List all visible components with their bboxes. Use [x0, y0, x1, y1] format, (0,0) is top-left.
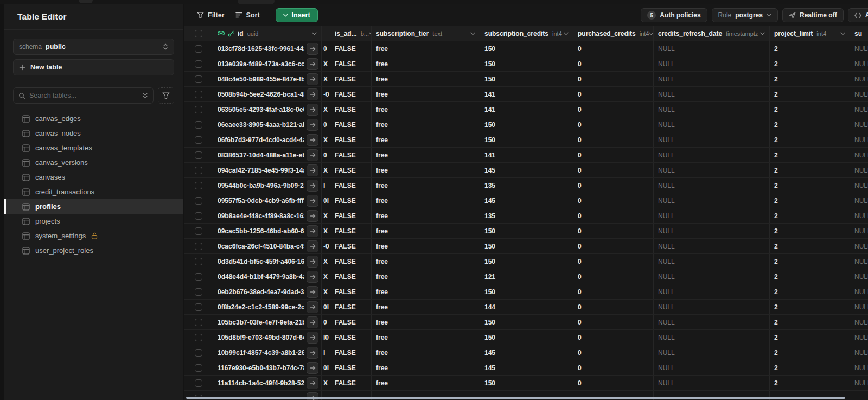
sidebar-item-projects[interactable]: projects	[13, 214, 174, 228]
sidebar-filter-button[interactable]	[158, 87, 174, 104]
cell-is_admin[interactable]: FALSE	[330, 360, 372, 375]
select-all-checkbox[interactable]	[195, 30, 202, 37]
cell-id[interactable]: 10b99c1f-4857-4c39-a8b1-263b8...	[213, 345, 322, 360]
cell-su[interactable]: NULL	[850, 87, 868, 101]
row-checkbox[interactable]	[195, 91, 202, 98]
cell-su[interactable]: NULL	[850, 239, 868, 253]
cell-is_admin[interactable]: FALSE	[330, 178, 372, 193]
cell-sliver[interactable]: I0	[322, 330, 330, 345]
cell-is_admin[interactable]: FALSE	[330, 284, 372, 299]
cell-subscription_credits[interactable]: 150	[480, 117, 573, 132]
cell-id[interactable]: 09557f5a-0dcb-4cb9-a6fb-fff366...	[213, 193, 322, 208]
expand-row-button[interactable]	[307, 134, 318, 146]
sidebar-item-canvases[interactable]: canvases	[13, 170, 174, 185]
cell-id[interactable]: 09544b0c-ba9b-496a-9b09-244...	[213, 178, 322, 193]
insert-button[interactable]: Insert	[276, 8, 318, 22]
cell-project_limit[interactable]: 2	[770, 102, 850, 117]
cell-id[interactable]: 105d8bf9-e703-49bd-807d-645e...	[213, 330, 322, 345]
expand-row-button[interactable]	[307, 362, 318, 374]
cell-project_limit[interactable]: 2	[770, 72, 850, 86]
cell-sliver[interactable]: 0I	[322, 193, 330, 208]
cell-purchased_credits[interactable]: 0	[573, 330, 654, 345]
cell-project_limit[interactable]: 2	[770, 269, 850, 284]
cell-id[interactable]: 094caf42-7185-4e45-99f3-14abee...	[213, 163, 322, 177]
cell-project_limit[interactable]: 2	[770, 315, 850, 329]
cell-credits_refresh_date[interactable]: NULL	[654, 56, 770, 71]
cell-id[interactable]: 013e039a-fd89-473a-a3c6-ccfa9...	[213, 56, 322, 71]
cell-subscription_credits[interactable]: 150	[480, 330, 573, 345]
cell-subscription_tier[interactable]: free	[372, 208, 480, 223]
cell-project_limit[interactable]: 2	[770, 132, 850, 147]
cell-sliver[interactable]: -0	[322, 239, 330, 253]
cell-id[interactable]: 06f6b7d3-977d-4cd0-acd4-4a78...	[213, 132, 322, 147]
column-menu-chevron-icon[interactable]	[760, 32, 765, 35]
sidebar-item-canvas_edges[interactable]: canvas_edges	[13, 111, 174, 126]
column-header-sliver[interactable]	[322, 26, 330, 41]
cell-subscription_tier[interactable]: free	[372, 87, 480, 101]
row-checkbox[interactable]	[195, 197, 202, 205]
cell-subscription_credits[interactable]: 145	[480, 345, 573, 360]
cell-su[interactable]: NULL	[850, 72, 868, 86]
cell-purchased_credits[interactable]: 0	[573, 345, 654, 360]
cell-is_admin[interactable]: FALSE	[330, 208, 372, 223]
cell-subscription_tier[interactable]: free	[372, 284, 480, 299]
cell-sliver[interactable]: X	[322, 376, 330, 390]
cell-is_admin[interactable]: FALSE	[330, 330, 372, 345]
cell-purchased_credits[interactable]: 0	[573, 148, 654, 162]
cell-id[interactable]: 013cf78d-1625-43fc-9961-442189...	[213, 41, 322, 56]
cell-is_admin[interactable]: FALSE	[330, 345, 372, 360]
cell-project_limit[interactable]: 2	[770, 117, 850, 132]
cell-credits_refresh_date[interactable]: NULL	[654, 41, 770, 56]
auth-policies-button[interactable]: 5 Auth policies	[641, 8, 707, 22]
cell-is_admin[interactable]: FALSE	[330, 239, 372, 253]
expand-row-button[interactable]	[307, 332, 318, 344]
cell-sliver[interactable]: X	[322, 56, 330, 71]
expand-row-button[interactable]	[307, 316, 318, 328]
cell-is_admin[interactable]: FALSE	[330, 269, 372, 284]
cell-su[interactable]: NULL	[850, 360, 868, 375]
cell-credits_refresh_date[interactable]: NULL	[654, 269, 770, 284]
cell-subscription_tier[interactable]: free	[372, 330, 480, 345]
cell-is_admin[interactable]: FALSE	[330, 163, 372, 177]
expand-row-button[interactable]	[307, 58, 318, 70]
cell-is_admin[interactable]: FALSE	[330, 132, 372, 147]
column-menu-chevron-icon[interactable]	[312, 32, 317, 35]
cell-credits_refresh_date[interactable]: NULL	[654, 300, 770, 314]
cell-project_limit[interactable]: 2	[770, 56, 850, 71]
cell-su[interactable]: NULL	[850, 224, 868, 238]
cell-subscription_credits[interactable]: 145	[480, 163, 573, 177]
cell-credits_refresh_date[interactable]: NULL	[654, 239, 770, 253]
row-checkbox[interactable]	[195, 334, 202, 341]
cell-purchased_credits[interactable]: 0	[573, 102, 654, 117]
row-checkbox[interactable]	[195, 258, 202, 265]
row-checkbox[interactable]	[195, 319, 202, 326]
expand-row-button[interactable]	[307, 88, 318, 100]
cell-is_admin[interactable]: FALSE	[330, 300, 372, 314]
cell-su[interactable]: NULL	[850, 345, 868, 360]
row-checkbox[interactable]	[195, 60, 202, 68]
cell-credits_refresh_date[interactable]: NULL	[654, 163, 770, 177]
cell-purchased_credits[interactable]: 0	[573, 178, 654, 193]
cell-id[interactable]: 09cac5bb-1256-46bd-ab60-64ed...	[213, 224, 322, 238]
cell-purchased_credits[interactable]: 0	[573, 239, 654, 253]
cell-credits_refresh_date[interactable]: NULL	[654, 345, 770, 360]
sort-button[interactable]: Sort	[230, 8, 265, 22]
cell-subscription_tier[interactable]: free	[372, 376, 480, 390]
cell-subscription_credits[interactable]: 144	[480, 300, 573, 314]
row-checkbox[interactable]	[195, 349, 202, 357]
row-checkbox[interactable]	[195, 106, 202, 113]
cell-su[interactable]: NULL	[850, 102, 868, 117]
cell-project_limit[interactable]: 2	[770, 208, 850, 223]
cell-subscription_credits[interactable]: 150	[480, 56, 573, 71]
cell-sliver[interactable]: 0	[322, 148, 330, 162]
cell-project_limit[interactable]: 2	[770, 193, 850, 208]
cell-credits_refresh_date[interactable]: NULL	[654, 360, 770, 375]
cell-su[interactable]: NULL	[850, 269, 868, 284]
cell-subscription_tier[interactable]: free	[372, 148, 480, 162]
cell-sliver[interactable]: I	[322, 345, 330, 360]
cell-project_limit[interactable]: 2	[770, 41, 850, 56]
column-menu-chevron-icon[interactable]	[649, 32, 654, 35]
expand-row-button[interactable]	[307, 119, 318, 131]
cell-sliver[interactable]: X	[322, 224, 330, 238]
cell-purchased_credits[interactable]: 0	[573, 254, 654, 269]
